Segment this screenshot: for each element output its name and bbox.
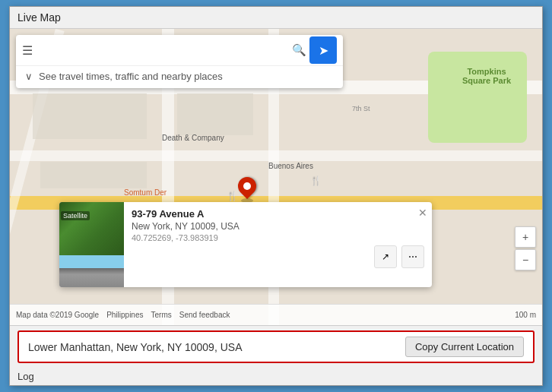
info-content: 93-79 Avenue A New York, NY 10009, USA 4… <box>124 202 432 287</box>
park-label: Tompkins Square Park <box>452 67 521 85</box>
search-icon[interactable]: 🔍 <box>292 43 306 57</box>
map-scale: 100 m <box>515 311 536 319</box>
location-display: Lower Manhattan, New York, NY 10009, USA… <box>17 330 535 363</box>
info-card-inner: Satellite 93-79 Avenue A New York, NY 10… <box>59 202 432 287</box>
street-thumb <box>59 255 124 287</box>
map-label-somtum: Somtum Der <box>124 188 167 197</box>
restaurant-icon-2: 🍴 <box>310 175 322 186</box>
info-city: New York, NY 10009, USA <box>132 221 424 232</box>
title-bar: Live Map <box>10 7 542 29</box>
map-philippines[interactable]: Philippines <box>106 311 143 319</box>
more-options-button[interactable]: ⋯ <box>401 245 424 268</box>
search-row: ☰ 🔍 ➤ <box>16 35 343 65</box>
info-address: 93-79 Avenue A <box>132 208 424 220</box>
satellite-thumb: Satellite <box>59 202 124 255</box>
chevron-down-icon: ∨ <box>25 71 33 82</box>
search-bar[interactable]: ☰ 🔍 ➤ ∨ See travel times, traffic and ne… <box>16 35 343 88</box>
info-close-button[interactable]: ✕ <box>418 207 427 219</box>
copy-location-button[interactable]: Copy Current Location <box>405 337 524 357</box>
hamburger-icon[interactable]: ☰ <box>22 43 33 58</box>
map-footer: Map data ©2019 Google Philippines Terms … <box>10 304 542 325</box>
zoom-out-button[interactable]: − <box>515 249 536 270</box>
directions-icon: ➤ <box>319 43 328 58</box>
map-label-death: Death & Company <box>162 134 224 142</box>
map-controls: + − <box>515 226 536 270</box>
search-input[interactable] <box>39 39 289 62</box>
info-coords: 40.725269, -73.983919 <box>132 233 424 242</box>
map-label-buenos: Buenos Aires <box>268 162 313 170</box>
map-block-3 <box>40 162 147 188</box>
info-thumbnail: Satellite <box>59 202 124 287</box>
directions-button[interactable]: ➤ <box>309 36 337 64</box>
travel-label: See travel times, traffic and nearby pla… <box>39 71 223 82</box>
zoom-in-button[interactable]: + <box>515 226 536 248</box>
map-footer-left: Map data ©2019 Google Philippines Terms … <box>16 311 230 319</box>
map-block-1 <box>33 93 147 139</box>
map-label-7th: 7th St <box>352 105 370 112</box>
restaurant-icon-1: 🍴 <box>227 191 238 201</box>
park-area <box>428 52 527 143</box>
window-title: Live Map <box>17 11 61 24</box>
log-label: Log <box>10 368 542 385</box>
map-copyright: Map data ©2019 Google <box>16 311 99 319</box>
location-text: Lower Manhattan, New York, NY 10009, USA <box>28 341 242 353</box>
share-button[interactable]: ↗ <box>374 245 397 268</box>
pin-inner <box>243 182 251 190</box>
window-container: Live Map Tompkins Square Park Death & Co… <box>9 6 543 386</box>
satellite-label: Satellite <box>61 211 90 220</box>
info-card: Satellite 93-79 Avenue A New York, NY 10… <box>59 202 432 287</box>
bottom-bar: Lower Manhattan, New York, NY 10009, USA… <box>10 325 542 368</box>
map-area[interactable]: Tompkins Square Park Death & Company Bue… <box>10 29 542 325</box>
pin-body <box>234 173 260 199</box>
map-block-2 <box>177 93 253 135</box>
map-feedback[interactable]: Send feedback <box>179 311 230 319</box>
map-terms[interactable]: Terms <box>151 311 172 319</box>
location-pin <box>238 177 256 200</box>
info-actions: ↗ ⋯ <box>132 245 424 268</box>
travel-times-row[interactable]: ∨ See travel times, traffic and nearby p… <box>16 65 343 88</box>
